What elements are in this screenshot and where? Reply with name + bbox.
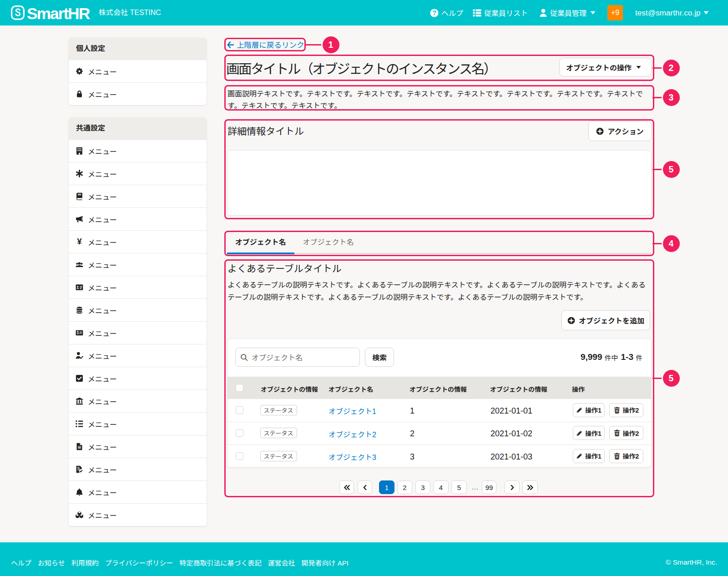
svg-text:?: ? bbox=[432, 9, 436, 16]
